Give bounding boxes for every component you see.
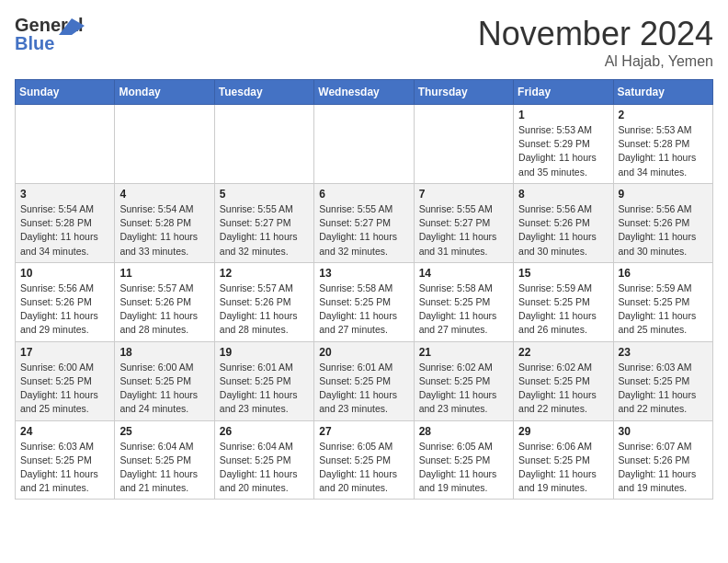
calendar-cell: 20Sunrise: 6:01 AM Sunset: 5:25 PM Dayli… xyxy=(314,341,414,420)
calendar-table: SundayMondayTuesdayWednesdayThursdayFrid… xyxy=(15,79,713,500)
calendar-cell: 13Sunrise: 5:58 AM Sunset: 5:25 PM Dayli… xyxy=(314,262,414,341)
logo: General Blue xyxy=(15,15,63,50)
calendar-week-row: 17Sunrise: 6:00 AM Sunset: 5:25 PM Dayli… xyxy=(16,341,713,420)
day-info: Sunrise: 5:56 AM Sunset: 5:26 PM Dayligh… xyxy=(20,282,109,338)
weekday-header: Sunday xyxy=(16,80,115,105)
calendar-cell: 9Sunrise: 5:56 AM Sunset: 5:26 PM Daylig… xyxy=(613,183,712,262)
page-header: General Blue November 2024 Al Hajab, Yem… xyxy=(15,15,713,70)
day-number: 6 xyxy=(319,188,408,201)
calendar-cell: 28Sunrise: 6:05 AM Sunset: 5:25 PM Dayli… xyxy=(414,420,513,500)
day-number: 22 xyxy=(518,346,608,359)
day-info: Sunrise: 6:07 AM Sunset: 5:26 PM Dayligh… xyxy=(619,440,708,496)
day-number: 8 xyxy=(518,188,608,201)
weekday-header-row: SundayMondayTuesdayWednesdayThursdayFrid… xyxy=(16,80,713,105)
day-number: 20 xyxy=(319,346,408,359)
day-number: 24 xyxy=(20,425,109,438)
calendar-week-row: 3Sunrise: 5:54 AM Sunset: 5:28 PM Daylig… xyxy=(16,183,713,262)
calendar-cell: 2Sunrise: 5:53 AM Sunset: 5:28 PM Daylig… xyxy=(613,105,712,184)
logo-blue: Blue xyxy=(15,33,54,54)
day-number: 16 xyxy=(619,267,708,280)
calendar-cell: 24Sunrise: 6:03 AM Sunset: 5:25 PM Dayli… xyxy=(16,420,115,500)
day-number: 2 xyxy=(619,109,708,121)
day-info: Sunrise: 6:05 AM Sunset: 5:25 PM Dayligh… xyxy=(419,440,508,496)
calendar-cell: 6Sunrise: 5:55 AM Sunset: 5:27 PM Daylig… xyxy=(314,183,414,262)
day-number: 13 xyxy=(319,267,408,280)
day-info: Sunrise: 5:58 AM Sunset: 5:25 PM Dayligh… xyxy=(419,282,508,338)
calendar-cell: 11Sunrise: 5:57 AM Sunset: 5:26 PM Dayli… xyxy=(115,262,214,341)
day-info: Sunrise: 5:57 AM Sunset: 5:26 PM Dayligh… xyxy=(220,282,309,338)
day-info: Sunrise: 6:04 AM Sunset: 5:25 PM Dayligh… xyxy=(220,440,309,496)
calendar-cell: 25Sunrise: 6:04 AM Sunset: 5:25 PM Dayli… xyxy=(115,420,214,500)
day-number: 1 xyxy=(518,109,608,121)
calendar-cell: 26Sunrise: 6:04 AM Sunset: 5:25 PM Dayli… xyxy=(214,420,313,500)
day-number: 23 xyxy=(619,346,708,359)
day-info: Sunrise: 6:06 AM Sunset: 5:25 PM Dayligh… xyxy=(518,440,608,496)
day-info: Sunrise: 5:54 AM Sunset: 5:28 PM Dayligh… xyxy=(119,202,209,259)
calendar-cell: 14Sunrise: 5:58 AM Sunset: 5:25 PM Dayli… xyxy=(414,262,513,341)
day-number: 26 xyxy=(220,425,309,438)
day-info: Sunrise: 5:57 AM Sunset: 5:26 PM Dayligh… xyxy=(119,282,209,338)
day-info: Sunrise: 6:04 AM Sunset: 5:25 PM Dayligh… xyxy=(119,440,209,496)
calendar-cell: 19Sunrise: 6:01 AM Sunset: 5:25 PM Dayli… xyxy=(214,341,313,420)
day-info: Sunrise: 5:53 AM Sunset: 5:29 PM Dayligh… xyxy=(518,123,608,179)
weekday-header: Monday xyxy=(115,80,214,105)
day-number: 27 xyxy=(319,425,408,438)
calendar-cell: 18Sunrise: 6:00 AM Sunset: 5:25 PM Dayli… xyxy=(115,341,214,420)
day-info: Sunrise: 5:56 AM Sunset: 5:26 PM Dayligh… xyxy=(619,202,708,259)
calendar-cell: 23Sunrise: 6:03 AM Sunset: 5:25 PM Dayli… xyxy=(613,341,712,420)
day-number: 5 xyxy=(220,188,309,201)
day-number: 15 xyxy=(518,267,608,280)
calendar-cell: 15Sunrise: 5:59 AM Sunset: 5:25 PM Dayli… xyxy=(514,262,613,341)
day-number: 19 xyxy=(220,346,309,359)
calendar-cell: 3Sunrise: 5:54 AM Sunset: 5:28 PM Daylig… xyxy=(16,183,115,262)
calendar-cell: 1Sunrise: 5:53 AM Sunset: 5:29 PM Daylig… xyxy=(514,105,613,184)
day-number: 11 xyxy=(119,267,209,280)
day-number: 10 xyxy=(20,267,109,280)
calendar-cell: 8Sunrise: 5:56 AM Sunset: 5:26 PM Daylig… xyxy=(514,183,613,262)
calendar-week-row: 10Sunrise: 5:56 AM Sunset: 5:26 PM Dayli… xyxy=(16,262,713,341)
day-info: Sunrise: 5:55 AM Sunset: 5:27 PM Dayligh… xyxy=(220,202,309,259)
day-info: Sunrise: 5:55 AM Sunset: 5:27 PM Dayligh… xyxy=(319,202,408,259)
day-info: Sunrise: 5:54 AM Sunset: 5:28 PM Dayligh… xyxy=(20,202,109,259)
calendar-cell xyxy=(414,105,513,184)
day-info: Sunrise: 6:05 AM Sunset: 5:25 PM Dayligh… xyxy=(319,440,408,496)
calendar-cell: 21Sunrise: 6:02 AM Sunset: 5:25 PM Dayli… xyxy=(414,341,513,420)
location: Al Hajab, Yemen xyxy=(478,53,713,70)
day-info: Sunrise: 6:03 AM Sunset: 5:25 PM Dayligh… xyxy=(619,361,708,417)
day-info: Sunrise: 6:01 AM Sunset: 5:25 PM Dayligh… xyxy=(319,361,408,417)
day-number: 4 xyxy=(119,188,209,201)
day-number: 30 xyxy=(619,425,708,438)
day-number: 14 xyxy=(419,267,508,280)
day-info: Sunrise: 5:59 AM Sunset: 5:25 PM Dayligh… xyxy=(518,282,608,338)
month-title: November 2024 xyxy=(478,15,713,53)
day-number: 9 xyxy=(619,188,708,201)
calendar-cell xyxy=(314,105,414,184)
calendar-cell: 17Sunrise: 6:00 AM Sunset: 5:25 PM Dayli… xyxy=(16,341,115,420)
calendar-cell: 12Sunrise: 5:57 AM Sunset: 5:26 PM Dayli… xyxy=(214,262,313,341)
calendar-cell: 29Sunrise: 6:06 AM Sunset: 5:25 PM Dayli… xyxy=(514,420,613,500)
calendar-week-row: 1Sunrise: 5:53 AM Sunset: 5:29 PM Daylig… xyxy=(16,105,713,184)
calendar-cell: 4Sunrise: 5:54 AM Sunset: 5:28 PM Daylig… xyxy=(115,183,214,262)
calendar-cell xyxy=(214,105,313,184)
day-number: 21 xyxy=(419,346,508,359)
day-number: 17 xyxy=(20,346,109,359)
day-info: Sunrise: 6:00 AM Sunset: 5:25 PM Dayligh… xyxy=(119,361,209,417)
calendar-cell: 7Sunrise: 5:55 AM Sunset: 5:27 PM Daylig… xyxy=(414,183,513,262)
day-info: Sunrise: 6:02 AM Sunset: 5:25 PM Dayligh… xyxy=(419,361,508,417)
day-number: 3 xyxy=(20,188,109,201)
day-info: Sunrise: 6:02 AM Sunset: 5:25 PM Dayligh… xyxy=(518,361,608,417)
weekday-header: Wednesday xyxy=(314,80,414,105)
day-info: Sunrise: 5:56 AM Sunset: 5:26 PM Dayligh… xyxy=(518,202,608,259)
calendar-cell: 30Sunrise: 6:07 AM Sunset: 5:26 PM Dayli… xyxy=(613,420,712,500)
calendar-cell xyxy=(115,105,214,184)
day-info: Sunrise: 6:01 AM Sunset: 5:25 PM Dayligh… xyxy=(220,361,309,417)
title-area: November 2024 Al Hajab, Yemen xyxy=(478,15,713,70)
svg-marker-0 xyxy=(59,18,85,35)
weekday-header: Friday xyxy=(514,80,613,105)
weekday-header: Saturday xyxy=(613,80,712,105)
day-info: Sunrise: 5:53 AM Sunset: 5:28 PM Dayligh… xyxy=(619,123,708,179)
day-number: 25 xyxy=(119,425,209,438)
day-number: 18 xyxy=(119,346,209,359)
calendar-cell xyxy=(16,105,115,184)
weekday-header: Thursday xyxy=(414,80,513,105)
